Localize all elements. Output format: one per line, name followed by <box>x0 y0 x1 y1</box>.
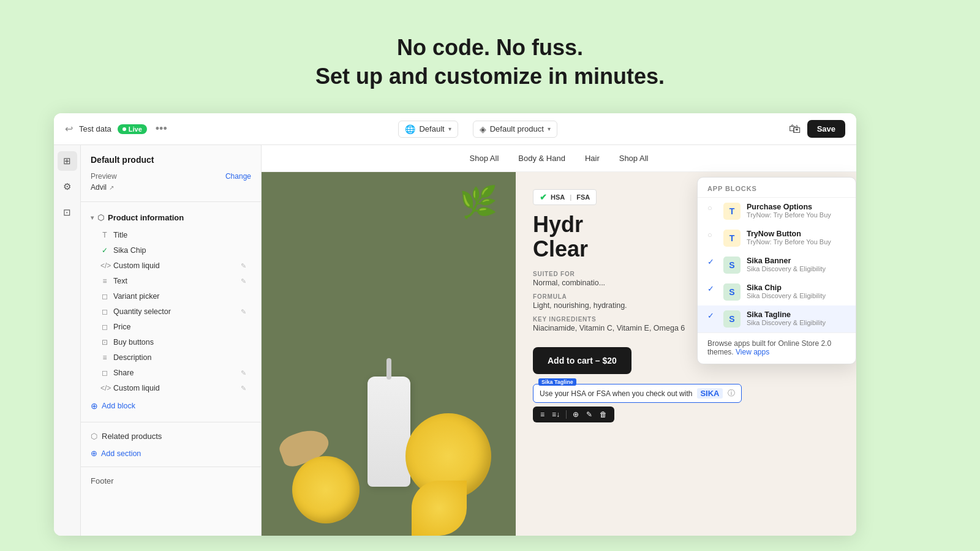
product-bottle <box>368 377 410 487</box>
nav-item-hair[interactable]: Hair <box>585 154 600 163</box>
panel-header: Default product Preview Change Advil ↗ <box>81 145 261 197</box>
add-to-cart-button[interactable]: Add to cart – $20 <box>533 347 631 374</box>
fsa-text: FSA <box>576 193 590 201</box>
product-information-section: ▾ ⬡ Product information T Title ✓ <box>81 207 261 417</box>
app-block-sika-banner[interactable]: ✓ S Sika Banner Sika Discovery & Eligibi… <box>698 252 856 279</box>
back-icon[interactable]: ↩ <box>65 123 73 135</box>
list-item[interactable]: ◻ Variant picker <box>100 289 256 304</box>
block-sub: Sika Discovery & Eligibility <box>747 292 826 299</box>
item-left: ≡ Description <box>100 353 152 362</box>
info-icon[interactable]: ⓘ <box>728 388 735 399</box>
preview-row: Preview Change <box>91 172 251 181</box>
custom-liquid-icon: </> <box>100 384 109 392</box>
panel-divider <box>81 201 261 202</box>
list-item[interactable]: ◻ Price <box>100 320 256 334</box>
sika-tagline-icon: S <box>723 310 741 328</box>
hsa-text: HSA <box>551 193 565 201</box>
sika-tagline-badge: Sika Tagline <box>538 378 576 386</box>
top-bar-left: ↩ Test data Live ••• <box>65 122 167 135</box>
plus-circle-section-icon: ⊕ <box>91 449 97 458</box>
nav-item-shop-all-2[interactable]: Shop All <box>619 154 649 163</box>
chevron-open-icon: ▾ <box>91 214 94 221</box>
section-items-list: T Title ✓ Sika Chip </> Custom l <box>81 226 261 397</box>
list-item[interactable]: </> Custom liquid ✎ <box>100 258 256 273</box>
icon-sidebar: ⊞ ⚙ ⊡ <box>54 145 81 536</box>
app-block-sika-tagline[interactable]: ✓ S Sika Tagline Sika Discovery & Eligib… <box>698 305 856 332</box>
app-blocks-footer: Browse apps built for Online Store 2.0 t… <box>698 332 856 364</box>
bottle-pump <box>386 358 391 380</box>
toolbar-delete-icon[interactable]: 🗑 <box>597 409 609 420</box>
checked-icon: ✓ <box>707 257 717 267</box>
item-label: Share <box>113 369 134 377</box>
edit-icon: ✎ <box>241 384 246 392</box>
nav-item-shop-all-1[interactable]: Shop All <box>470 154 499 163</box>
block-sub: TryNow: Try Before You Buy <box>747 211 831 219</box>
list-item[interactable]: ⊡ Buy buttons <box>100 335 256 350</box>
block-text: Purchase Options TryNow: Try Before You … <box>747 203 831 219</box>
cart-icon-button[interactable]: 🛍 <box>789 122 801 136</box>
toolbar-align2-icon[interactable]: ≡↓ <box>549 409 562 420</box>
sidebar-icon-settings[interactable]: ⚙ <box>58 177 77 197</box>
toolbar-edit-icon[interactable]: ✎ <box>584 409 595 420</box>
toolbar-link-icon[interactable]: ⊕ <box>570 409 581 420</box>
more-menu-button[interactable]: ••• <box>156 122 167 135</box>
buy-buttons-icon: ⊡ <box>100 338 109 347</box>
sidebar-icon-sections[interactable]: ⊞ <box>58 151 77 171</box>
item-label: Variant picker <box>113 292 160 301</box>
list-item[interactable]: ◻ Quantity selector ✎ <box>100 304 256 319</box>
description-icon: ≡ <box>100 353 109 362</box>
list-item[interactable]: ≡ Description <box>100 350 256 365</box>
add-section-label: Add section <box>101 449 141 458</box>
add-section-button[interactable]: ⊕ Add section <box>81 445 261 462</box>
item-label: Custom liquid <box>113 261 160 270</box>
nav-item-body-hand[interactable]: Body & Hand <box>518 154 565 163</box>
preview-product-name: Advil <box>91 183 107 192</box>
list-item[interactable]: ✓ Sika Chip <box>100 243 256 258</box>
variant-icon: ◻ <box>100 292 109 301</box>
change-link[interactable]: Change <box>225 172 251 181</box>
item-label: Title <box>113 231 127 239</box>
toolbar-align-icon[interactable]: ≡ <box>538 409 547 420</box>
default-product-dropdown[interactable]: ◈ Default product ▾ <box>473 121 557 138</box>
item-left: ◻ Share <box>100 369 134 377</box>
unchecked-icon: ○ <box>707 230 717 240</box>
product-image: 🌿 <box>262 172 516 536</box>
check-icon: ✓ <box>100 246 109 255</box>
footer-item[interactable]: Footer <box>81 472 261 490</box>
panel-divider-2 <box>81 422 261 422</box>
leaves-decoration: 🌿 <box>459 184 497 220</box>
default-dropdown[interactable]: 🌐 Default ▾ <box>398 121 458 138</box>
app-block-purchase-options[interactable]: ○ T Purchase Options TryNow: Try Before … <box>698 198 856 225</box>
title-icon: T <box>100 231 109 239</box>
list-item[interactable]: ≡ Text ✎ <box>100 274 256 288</box>
block-sub: Sika Discovery & Eligibility <box>747 265 826 272</box>
ext-link-icon: ↗ <box>109 184 114 191</box>
lemon-half <box>412 481 467 536</box>
list-item[interactable]: ◻ Share ✎ <box>100 365 256 380</box>
test-data-label: Test data <box>79 124 111 133</box>
app-window: ↩ Test data Live ••• 🌐 Default ▾ ◈ Defau… <box>54 113 856 536</box>
sidebar-icon-apps[interactable]: ⊡ <box>58 203 77 222</box>
hero-line1: No code. No fuss. <box>397 35 583 60</box>
chevron-down-product-icon: ▾ <box>548 126 551 132</box>
view-apps-link[interactable]: View apps <box>736 348 769 356</box>
related-products-item[interactable]: ⬡ Related products <box>81 427 261 445</box>
left-panel: Default product Preview Change Advil ↗ ▾… <box>81 145 262 536</box>
preview-area: Shop All Body & Hand Hair Shop All 🌿 <box>262 145 856 536</box>
edit-icon: ✎ <box>241 277 246 285</box>
app-block-trynow-button[interactable]: ○ T TryNow Button TryNow: Try Before You… <box>698 225 856 252</box>
unchecked-icon: ○ <box>707 203 717 213</box>
plus-circle-icon: ⊕ <box>91 401 98 411</box>
hsa-badge: ✔ HSA | FSA <box>533 189 597 205</box>
list-item[interactable]: T Title <box>100 228 256 242</box>
list-item[interactable]: </> Custom liquid ✎ <box>100 381 256 395</box>
app-block-sika-chip[interactable]: ✓ S Sika Chip Sika Discovery & Eligibili… <box>698 279 856 305</box>
edit-icon: ✎ <box>241 262 246 270</box>
add-block-button[interactable]: ⊕ Add block <box>81 397 261 414</box>
save-button[interactable]: Save <box>807 120 845 138</box>
item-left: ◻ Price <box>100 323 130 331</box>
product-information-header[interactable]: ▾ ⬡ Product information <box>81 209 261 226</box>
checked-icon: ✓ <box>707 311 717 321</box>
code-icon: </> <box>100 261 109 270</box>
footer-label: Footer <box>91 476 114 485</box>
